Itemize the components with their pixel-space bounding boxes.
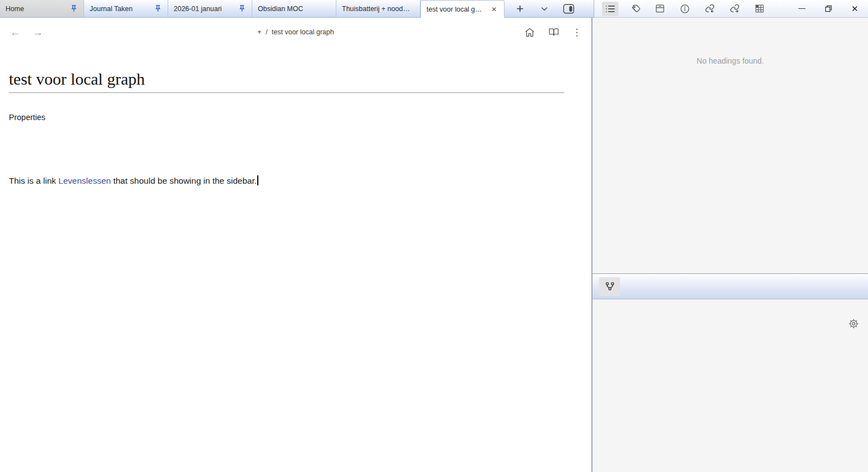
note-paragraph[interactable]: This is a link Levenslessen that should … [9,175,564,186]
properties-heading[interactable]: Properties [9,113,564,122]
reading-mode-icon[interactable] [548,27,560,38]
right-sidebar: No headings found. [592,18,868,472]
tab-label: Journal Taken [90,5,150,13]
backlinks-icon[interactable] [701,2,718,16]
right-sidebar-toggle-icon[interactable] [561,2,576,16]
breadcrumb-separator: / [264,28,268,36]
outline-empty-message: No headings found. [697,56,763,65]
note-body[interactable]: test voor local graph Properties This is… [0,46,591,472]
note-header-actions: ⋮ [524,27,581,38]
text-cursor [257,175,258,185]
restore-button[interactable] [815,0,841,17]
tab-home[interactable]: Home [0,0,84,17]
tab-label: 2026-01 januari [174,5,235,13]
breadcrumb-parent[interactable]: + [256,28,262,36]
graph-settings-gear-icon[interactable] [847,317,860,330]
text-before-link: This is a link [9,176,59,185]
pin-icon[interactable] [70,4,78,13]
minimize-button[interactable] [788,0,815,17]
breadcrumb-current[interactable]: test voor local graph [271,28,335,36]
pin-icon[interactable] [154,4,162,13]
local-graph-pane-header [592,274,868,299]
tab-close-icon[interactable]: ✕ [490,4,498,14]
sidebar-tab-icons [602,2,768,16]
table-icon[interactable] [751,2,768,16]
back-button[interactable]: ← [10,27,20,38]
home-icon[interactable] [524,27,536,38]
outgoing-links-icon[interactable] [726,2,743,16]
tab-strip: Home Journal Taken [0,0,594,18]
info-icon[interactable] [677,2,693,16]
tab-obsidian-moc[interactable]: Obsidian MOC [252,0,336,17]
window-controls: ✕ [788,0,868,17]
tab-bar: Home Journal Taken [0,0,868,18]
outline-list-icon[interactable] [602,2,618,16]
tab-bar-actions: + [512,0,576,17]
editor-pane: ← → + / test voor local graph [0,18,592,472]
note-title[interactable]: test voor local graph [9,70,564,93]
text-after-link: that should be showing in the sidebar. [111,176,257,185]
breadcrumb[interactable]: + / test voor local graph [0,28,591,36]
forward-button[interactable]: → [33,27,43,38]
card-box-icon[interactable] [652,2,668,16]
note-header: ← → + / test voor local graph [0,18,591,46]
new-tab-button[interactable]: + [512,2,528,16]
tags-icon[interactable] [627,2,643,16]
sidebar-icon-strip: ✕ [594,0,868,18]
tab-list-chevron-icon[interactable] [537,2,552,16]
graph-view-icon[interactable] [599,277,620,296]
tab-thuisbatterij[interactable]: Thuisbatterij + nood… [336,0,420,17]
tab-test-voor-local-graph[interactable]: test voor local g… ✕ [420,0,505,18]
minimize-icon [798,8,805,9]
obsidian-window: Home Journal Taken [0,0,868,472]
tab-journal-taken[interactable]: Journal Taken [84,0,168,17]
main-area: ← → + / test voor local graph [0,18,868,472]
tab-label: test voor local g… [427,6,486,13]
tab-label: Obsidian MOC [258,5,330,13]
more-options-icon[interactable]: ⋮ [572,27,581,38]
local-graph-canvas[interactable] [592,299,868,472]
tab-label: Thuisbatterij + nood… [342,5,414,13]
outline-pane: No headings found. [592,18,868,274]
internal-link-levenslessen[interactable]: Levenslessen [59,176,111,185]
pin-icon[interactable] [238,4,246,13]
close-window-button[interactable]: ✕ [841,0,868,17]
tab-label: Home [6,5,66,13]
tab-2026-01-januari[interactable]: 2026-01 januari [168,0,252,17]
